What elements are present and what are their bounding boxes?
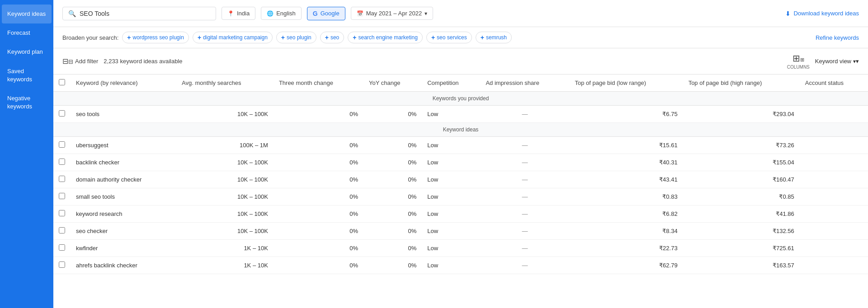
row-yoy: 0% xyxy=(363,106,422,123)
sidebar-item-saved-keywords[interactable]: Saved keywords xyxy=(0,62,53,89)
chip-label: search engine marketing xyxy=(358,34,417,41)
col-checkbox[interactable] xyxy=(53,75,71,92)
language-filter[interactable]: English xyxy=(261,7,302,20)
row-avg-searches: 1K – 10K xyxy=(176,257,274,274)
col-ad-impression[interactable]: Ad impression share xyxy=(480,75,569,92)
row-checkbox[interactable] xyxy=(53,137,71,154)
sidebar-item-keyword-plan[interactable]: Keyword plan xyxy=(0,42,53,61)
row-keyword: seo tools xyxy=(71,106,176,123)
col-keyword[interactable]: Keyword (by relevance) xyxy=(71,75,176,92)
row-yoy: 0% xyxy=(363,154,422,171)
row-select-checkbox[interactable] xyxy=(59,141,65,148)
row-select-checkbox[interactable] xyxy=(59,227,65,233)
row-competition: Low xyxy=(422,137,480,154)
row-yoy: 0% xyxy=(363,257,422,274)
row-select-checkbox[interactable] xyxy=(59,261,65,268)
broaden-chip-4[interactable]: + search engine marketing xyxy=(348,32,423,43)
row-keyword: ubersuggest xyxy=(71,137,176,154)
sidebar-item-label: Forecast xyxy=(7,29,30,36)
row-avg-searches: 10K – 100K xyxy=(176,188,274,205)
section-provided: Keywords you provided xyxy=(53,92,868,106)
row-checkbox[interactable] xyxy=(53,240,71,257)
row-ad-impression: — xyxy=(480,171,569,188)
row-bid-high: ₹41.86 xyxy=(683,205,800,223)
row-checkbox[interactable] xyxy=(53,106,71,123)
date-range-filter[interactable]: May 2021 – Apr 2022 xyxy=(351,7,434,20)
col-competition[interactable]: Competition xyxy=(422,75,480,92)
row-keyword: seo checker xyxy=(71,223,176,240)
download-button[interactable]: Download keyword ideas xyxy=(785,10,859,17)
table-row: small seo tools 10K – 100K 0% 0% Low — ₹… xyxy=(53,188,868,205)
row-account-status xyxy=(800,154,868,171)
refine-keywords-button[interactable]: Refine keywords xyxy=(816,34,859,41)
location-filter[interactable]: India xyxy=(222,7,255,20)
add-filter-button[interactable]: ⊟ Add filter xyxy=(62,57,98,65)
table-row: backlink checker 10K – 100K 0% 0% Low — … xyxy=(53,154,868,171)
section-ideas: Keyword ideas xyxy=(53,123,868,137)
row-bid-low: ₹0.83 xyxy=(570,188,683,205)
row-checkbox[interactable] xyxy=(53,257,71,274)
row-avg-searches: 10K – 100K xyxy=(176,106,274,123)
keyword-table: Keyword (by relevance) Avg. monthly sear… xyxy=(53,75,868,274)
columns-button[interactable]: ⊞ COLUMNS xyxy=(787,53,810,70)
sidebar-item-label: Keyword ideas xyxy=(7,10,46,17)
broaden-chip-5[interactable]: + seo services xyxy=(426,32,472,43)
row-select-checkbox[interactable] xyxy=(59,176,65,182)
row-select-checkbox[interactable] xyxy=(59,159,65,165)
row-checkbox[interactable] xyxy=(53,154,71,171)
row-bid-low: ₹43.41 xyxy=(570,171,683,188)
table-header-row: Keyword (by relevance) Avg. monthly sear… xyxy=(53,75,868,92)
sidebar-item-forecast[interactable]: Forecast xyxy=(0,23,53,42)
row-bid-high: ₹155.04 xyxy=(683,154,800,171)
chevron-down-icon xyxy=(425,10,427,17)
row-select-checkbox[interactable] xyxy=(59,244,65,251)
broaden-chip-2[interactable]: + seo plugin xyxy=(276,32,316,43)
row-competition: Low xyxy=(422,257,480,274)
row-yoy: 0% xyxy=(363,171,422,188)
col-bid-low[interactable]: Top of page bid (low range) xyxy=(570,75,683,92)
row-checkbox[interactable] xyxy=(53,188,71,205)
search-box[interactable] xyxy=(62,7,216,20)
col-yoy[interactable]: YoY change xyxy=(363,75,422,92)
sidebar-item-negative-keywords[interactable]: Negative keywords xyxy=(0,89,53,116)
language-label: English xyxy=(276,10,296,17)
select-all-checkbox[interactable] xyxy=(59,79,65,85)
columns-label: COLUMNS xyxy=(787,65,810,70)
row-avg-searches: 1K – 10K xyxy=(176,240,274,257)
broaden-chip-1[interactable]: + digital marketing campaign xyxy=(193,32,273,43)
section-label: Keyword ideas xyxy=(53,123,868,137)
plus-icon: + xyxy=(198,34,201,41)
row-three-month: 0% xyxy=(274,240,363,257)
row-checkbox[interactable] xyxy=(53,171,71,188)
row-select-checkbox[interactable] xyxy=(59,193,65,199)
calendar-icon xyxy=(357,10,363,17)
col-avg-searches[interactable]: Avg. monthly searches xyxy=(176,75,274,92)
broaden-chip-3[interactable]: + seo xyxy=(320,32,344,43)
col-three-month[interactable]: Three month change xyxy=(274,75,363,92)
broaden-chip-6[interactable]: + semrush xyxy=(476,32,512,43)
search-icon xyxy=(68,10,76,17)
chip-label: digital marketing campaign xyxy=(203,34,268,41)
section-label: Keywords you provided xyxy=(53,92,868,106)
row-yoy: 0% xyxy=(363,240,422,257)
row-bid-low: ₹62.79 xyxy=(570,257,683,274)
engine-filter[interactable]: Google xyxy=(307,7,345,20)
keyword-view-button[interactable]: Keyword view ▾ xyxy=(815,58,859,65)
row-bid-low: ₹8.34 xyxy=(570,223,683,240)
row-select-checkbox[interactable] xyxy=(59,210,65,216)
row-ad-impression: — xyxy=(480,188,569,205)
broaden-chip-0[interactable]: + wordpress seo plugin xyxy=(122,32,189,43)
sidebar-item-keyword-ideas[interactable]: Keyword ideas xyxy=(2,5,52,23)
row-avg-searches: 100K – 1M xyxy=(176,137,274,154)
search-input[interactable] xyxy=(80,10,210,17)
plus-icon: + xyxy=(481,34,484,41)
row-bid-high: ₹293.04 xyxy=(683,106,800,123)
col-account-status[interactable]: Account status xyxy=(800,75,868,92)
row-checkbox[interactable] xyxy=(53,205,71,223)
row-select-checkbox[interactable] xyxy=(59,110,65,117)
row-checkbox[interactable] xyxy=(53,223,71,240)
plus-icon: + xyxy=(325,34,329,41)
col-bid-high[interactable]: Top of page bid (high range) xyxy=(683,75,800,92)
row-account-status xyxy=(800,106,868,123)
row-account-status xyxy=(800,223,868,240)
